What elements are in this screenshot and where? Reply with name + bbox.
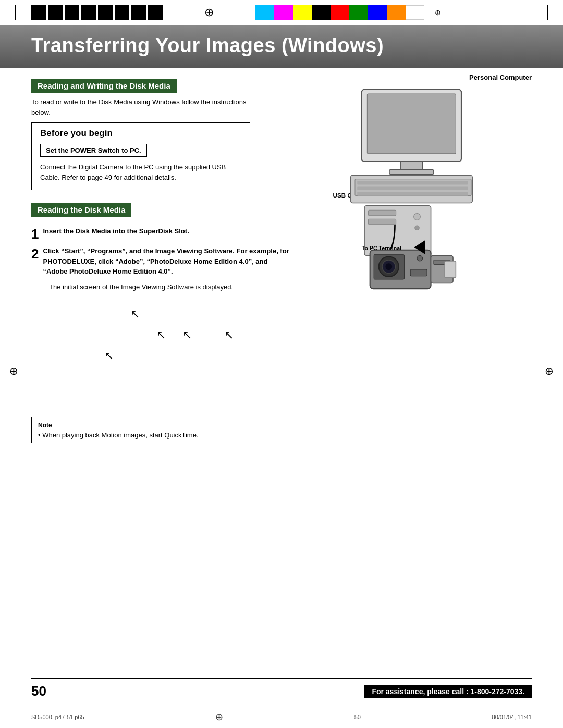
steps-section: 1 Insert the Disk Media into the SuperDi…	[31, 226, 292, 292]
svg-rect-22	[410, 269, 427, 276]
connect-text: Connect the Digital Camera to the PC usi…	[40, 162, 238, 182]
note-box: Note • When playing back Motion images, …	[31, 417, 205, 443]
svg-rect-3	[389, 170, 434, 175]
pc-label: Personal Computer	[302, 73, 532, 81]
note-label: Note	[38, 422, 199, 429]
svg-point-21	[417, 255, 423, 261]
cursor-area: ↖ ↖ ↖ ↖ ↖	[31, 297, 292, 401]
cursor-icon-3: ↖	[182, 328, 192, 342]
cursor-icon-2: ↖	[156, 328, 166, 342]
footer-left: SD5000. p47-51.p65	[31, 714, 84, 720]
footer-right: 80/01/04, 11:41	[492, 714, 532, 720]
cursor-icon-4: ↖	[224, 328, 234, 342]
step-2: 2 Click “Start”, “Programs”, and the Ima…	[31, 246, 292, 277]
content-layout: Reading and Writing the Disk Media To re…	[31, 79, 532, 401]
svg-text:To PC Terminal: To PC Terminal	[362, 245, 401, 251]
crosshair-right: ⊕	[435, 8, 441, 17]
step-2-text: Click “Start”, “Programs”, and the Image…	[43, 246, 292, 277]
footer-info: SD5000. p47-51.p65 ⊕ 50 80/01/04, 11:41	[0, 711, 563, 723]
left-content: Reading and Writing the Disk Media To re…	[31, 79, 292, 401]
step-2-number: 2	[31, 246, 39, 261]
left-margin-crosshair: ⊕	[9, 365, 18, 377]
step-1-text: Insert the Disk Media into the SuperDisk…	[43, 226, 189, 237]
title-banner: Transferring Your Images (Windows)	[0, 25, 563, 68]
step-1: 1 Insert the Disk Media into the SuperDi…	[31, 226, 292, 241]
cursor-icon-1: ↖	[130, 307, 140, 321]
main-content: Reading and Writing the Disk Media To re…	[0, 68, 563, 454]
color-registration-blocks	[255, 5, 424, 20]
svg-rect-10	[357, 192, 468, 195]
svg-rect-25	[445, 261, 456, 278]
svg-point-14	[414, 214, 421, 220]
svg-rect-8	[357, 181, 468, 184]
page-number-row: 50 For assistance, please call : 1-800-2…	[31, 678, 532, 699]
svg-rect-12	[369, 210, 396, 216]
footer-crosshair: ⊕	[215, 711, 223, 723]
assistance-text: For assistance, please call : 1-800-272-…	[364, 685, 532, 698]
cursor-icon-5: ↖	[104, 349, 114, 363]
power-switch-label: Set the POWER Switch to PC.	[40, 144, 147, 157]
registration-marks	[31, 5, 163, 20]
before-begin-box: Before you begin Set the POWER Switch to…	[31, 122, 250, 190]
section1-heading: Reading and Writing the Disk Media	[31, 79, 177, 93]
section2-heading: Reading the Disk Media	[31, 203, 131, 217]
page-number: 50	[31, 683, 46, 699]
svg-point-20	[385, 263, 392, 270]
svg-rect-1	[367, 94, 456, 154]
step-2-sub: The initial screen of the Image Viewing …	[49, 282, 292, 292]
device-illustration: USB Cable (supplied)	[328, 84, 506, 294]
bottom-bar: 50 For assistance, please call : 1-800-2…	[0, 678, 563, 699]
top-bar: ⊕ ⊕	[0, 0, 563, 25]
footer-center: 50	[354, 714, 361, 720]
right-illustration: Personal Computer USB Cable (supplied)	[292, 73, 532, 294]
before-begin-title: Before you begin	[40, 128, 241, 139]
svg-point-15	[415, 226, 420, 230]
svg-rect-9	[357, 187, 468, 190]
page-title: Transferring Your Images (Windows)	[31, 34, 532, 57]
svg-rect-13	[369, 219, 396, 225]
right-margin-crosshair: ⊕	[545, 365, 554, 377]
step-1-number: 1	[31, 226, 39, 241]
crosshair-top: ⊕	[204, 6, 214, 19]
intro-text: To read or write to the Disk Media using…	[31, 97, 250, 117]
note-text: • When playing back Motion images, start…	[38, 431, 199, 439]
